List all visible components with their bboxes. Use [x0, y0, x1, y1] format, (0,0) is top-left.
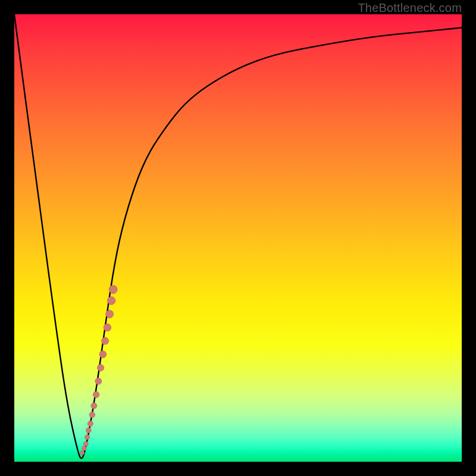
highlight-dot: [86, 428, 91, 433]
highlight-dot: [93, 392, 99, 398]
highlight-dot: [109, 285, 117, 293]
highlight-dot: [89, 412, 95, 418]
highlight-dot-cluster: [80, 285, 117, 455]
highlight-dot: [82, 446, 86, 450]
highlight-dot: [80, 450, 84, 455]
highlight-dot: [106, 310, 114, 318]
bottleneck-curve: [14, 14, 462, 458]
chart-frame: TheBottleneck.com: [0, 0, 476, 476]
highlight-dot: [97, 364, 104, 371]
highlight-dot: [95, 378, 102, 384]
highlight-dot: [104, 324, 111, 331]
highlight-dot: [84, 434, 89, 439]
highlight-dot: [91, 403, 97, 409]
plot-area: [14, 14, 462, 462]
highlight-dot: [102, 337, 109, 345]
curve-layer: [14, 14, 462, 462]
highlight-dot: [83, 441, 88, 446]
highlight-dot: [107, 296, 115, 305]
watermark-text: TheBottleneck.com: [358, 1, 462, 15]
bottleneck-curve-path: [14, 14, 462, 458]
highlight-dot: [87, 421, 93, 426]
highlight-dot: [99, 351, 107, 358]
